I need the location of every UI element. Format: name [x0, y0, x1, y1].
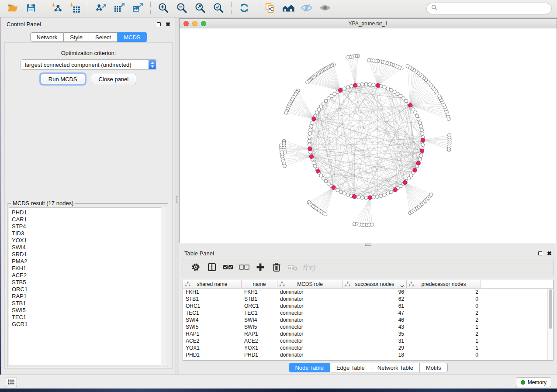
graph-node[interactable]	[379, 194, 383, 198]
zoom-out-button[interactable]	[174, 2, 189, 16]
cell-successor_nodes[interactable]: 47	[343, 309, 407, 316]
first-neighbors-button[interactable]	[281, 2, 296, 16]
cell-mcds_role[interactable]: connector	[277, 337, 343, 344]
table-row[interactable]: PHD1PHD1dominator180	[183, 351, 553, 358]
graph-node[interactable]	[309, 128, 312, 132]
cell-predecessor_nodes[interactable]: 1	[407, 344, 481, 351]
cell-shared_name[interactable]: ACE2	[183, 337, 242, 344]
column-header-MCDS-role[interactable]: MCDS role	[277, 280, 343, 288]
cell-successor_nodes[interactable]: 29	[343, 344, 407, 351]
column-header-predecessor-nodes[interactable]: predecessor nodes	[407, 280, 481, 288]
cell-mcds_role[interactable]: connector	[277, 309, 343, 316]
cell-mcds_role[interactable]: dominator	[277, 316, 343, 323]
cell-mcds_role[interactable]: dominator	[277, 289, 343, 296]
graph-node[interactable]	[421, 143, 425, 147]
mcds-result-item[interactable]: PMA2	[12, 258, 159, 265]
cell-mcds_role[interactable]: connector	[277, 344, 343, 351]
cell-shared_name[interactable]: PHD1	[183, 351, 242, 358]
column-header-successor-nodes[interactable]: successor nodes	[343, 280, 407, 288]
tab-style[interactable]: Style	[64, 32, 89, 42]
deselect-all-button[interactable]	[236, 261, 252, 274]
graph-node[interactable]	[407, 177, 411, 180]
cell-successor_nodes[interactable]: 96	[343, 289, 407, 296]
cell-mcds_role[interactable]: dominator	[277, 351, 343, 358]
hide-selected-button[interactable]	[299, 2, 314, 16]
table-scrollbar[interactable]	[547, 289, 553, 360]
graph-node[interactable]	[308, 136, 311, 139]
cell-name[interactable]: ACE2	[242, 337, 277, 344]
network-canvas[interactable]	[180, 28, 557, 243]
cell-predecessor_nodes[interactable]: 2	[407, 309, 481, 316]
graph-hub-node[interactable]	[413, 168, 417, 172]
graph-node[interactable]	[283, 164, 287, 168]
cell-successor_nodes[interactable]: 62	[343, 296, 407, 303]
cell-shared_name[interactable]: ORC1	[183, 303, 242, 309]
cell-successor_nodes[interactable]: 18	[343, 351, 407, 358]
graph-node[interactable]	[322, 177, 325, 180]
graph-node[interactable]	[319, 174, 323, 177]
cell-shared_name[interactable]: SWI4	[183, 316, 242, 323]
graph-node[interactable]	[364, 83, 368, 86]
mcds-result-item[interactable]: STP4	[12, 223, 159, 230]
graph-node[interactable]	[417, 117, 420, 121]
mcds-result-item[interactable]: RAP1	[12, 293, 159, 300]
mcds-result-item[interactable]: STB5	[12, 279, 159, 286]
graph-node[interactable]	[386, 87, 390, 90]
column-visibility-button[interactable]	[204, 261, 220, 274]
cell-successor_nodes[interactable]: 61	[343, 303, 407, 309]
graph-hub-node[interactable]	[408, 103, 412, 107]
delete-column-button[interactable]	[268, 261, 284, 274]
import-network-button[interactable]	[49, 2, 64, 16]
graph-node[interactable]	[409, 174, 413, 177]
open-button[interactable]	[5, 2, 20, 16]
graph-node[interactable]	[418, 158, 422, 161]
graph-node[interactable]	[375, 195, 379, 199]
table-settings-button[interactable]	[187, 261, 204, 274]
tab-network[interactable]: Network	[30, 32, 64, 42]
cell-predecessor_nodes[interactable]: 2	[407, 316, 481, 323]
graph-node[interactable]	[346, 56, 349, 59]
zoom-in-button[interactable]	[156, 2, 171, 16]
graph-node[interactable]	[346, 86, 349, 89]
graph-node[interactable]	[308, 139, 311, 143]
graph-node[interactable]	[336, 189, 339, 192]
graph-node[interactable]	[330, 94, 333, 98]
cell-successor_nodes[interactable]: 46	[343, 316, 407, 323]
search-input[interactable]	[440, 5, 547, 12]
mcds-result-item[interactable]: ACE2	[12, 272, 159, 279]
graph-node[interactable]	[420, 128, 424, 132]
graph-node[interactable]	[361, 196, 364, 199]
graph-hub-node[interactable]	[421, 138, 425, 142]
graph-node[interactable]	[370, 223, 374, 227]
zoom-selected-button[interactable]	[211, 2, 226, 16]
graph-node[interactable]	[327, 182, 330, 186]
tab-node-table[interactable]: Node Table	[288, 363, 330, 372]
cell-mcds_role[interactable]: dominator	[277, 296, 343, 303]
graph-hub-node[interactable]	[316, 169, 320, 173]
cell-mcds_role[interactable]: dominator	[277, 330, 343, 337]
graph-node[interactable]	[368, 83, 372, 86]
cell-successor_nodes[interactable]: 31	[343, 337, 407, 344]
copy-network-button[interactable]	[263, 2, 277, 16]
graph-node[interactable]	[386, 192, 390, 195]
column-header-shared-name[interactable]: shared name	[183, 280, 242, 288]
table-row[interactable]: SWI5SWI5connector431	[183, 323, 553, 330]
graph-node[interactable]	[399, 184, 402, 188]
mcds-result-item[interactable]: STB1	[12, 300, 159, 307]
mcds-result-item[interactable]: SWI5	[12, 307, 159, 314]
graph-hub-node[interactable]	[393, 188, 397, 192]
graph-node[interactable]	[324, 99, 328, 103]
cell-name[interactable]: PHD1	[242, 351, 277, 358]
close-panel-icon[interactable]: ✖	[166, 21, 170, 27]
save-button[interactable]	[24, 2, 38, 16]
maximize-window-icon[interactable]	[201, 21, 206, 26]
task-history-button[interactable]	[6, 378, 17, 387]
mcds-result-item[interactable]: SRD1	[12, 251, 159, 258]
graph-node[interactable]	[412, 108, 415, 111]
float-panel-icon[interactable]	[538, 251, 542, 255]
graph-node[interactable]	[448, 134, 451, 137]
cell-name[interactable]: SWI4	[242, 316, 277, 323]
cell-name[interactable]: STB1	[242, 296, 277, 303]
graph-node[interactable]	[313, 165, 317, 168]
cell-name[interactable]: SWI5	[242, 323, 277, 330]
